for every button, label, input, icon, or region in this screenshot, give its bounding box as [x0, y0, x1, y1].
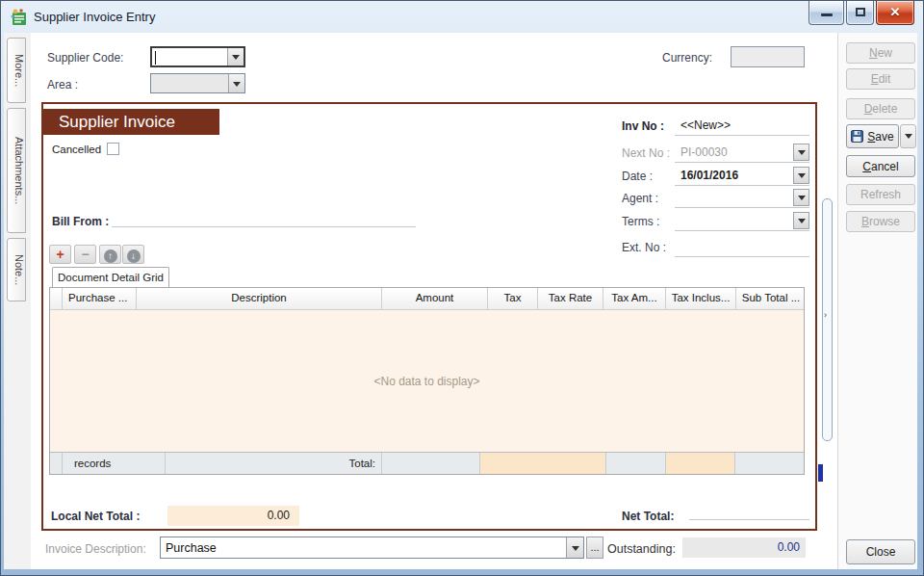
outstanding-label: Outstanding:	[607, 542, 676, 556]
ext-no-row: Ext. No :	[622, 237, 809, 258]
move-up-button[interactable]: ↑	[99, 245, 121, 264]
col-header-tax[interactable]: Tax	[488, 288, 538, 309]
col-header-tax-amount[interactable]: Tax Am...	[603, 288, 666, 309]
cancelled-checkbox[interactable]	[107, 143, 119, 155]
invoice-description-value: Purchase	[166, 541, 217, 555]
browse-button-label: Browse	[861, 215, 900, 228]
invoice-description-combobox[interactable]: Purchase	[160, 537, 584, 559]
date-value: 16/01/2016	[680, 169, 738, 182]
cancel-button-label: Cancel	[862, 160, 898, 173]
footer-total-label: Total:	[166, 453, 382, 474]
outstanding-field: 0.00	[682, 537, 806, 558]
col-header-description[interactable]: Description	[137, 288, 382, 309]
close-window-button[interactable]: ✕	[876, 1, 914, 25]
text-cursor	[155, 51, 156, 65]
edit-button-label: Edit	[871, 72, 891, 86]
refresh-button[interactable]: Refresh	[846, 184, 915, 205]
browse-button[interactable]: Browse	[846, 211, 915, 232]
supplier-code-dropdown-arrow-icon[interactable]	[227, 48, 244, 65]
footer-sub-total-cell	[735, 453, 806, 474]
next-no-field[interactable]: PI-00030	[675, 143, 809, 163]
scrollbar-thumb[interactable]	[818, 464, 823, 482]
area-dropdown-arrow-icon[interactable]	[228, 74, 244, 92]
title-bar[interactable]: Supplier Invoice Entry ✕	[1, 1, 923, 33]
terms-field[interactable]	[675, 211, 809, 231]
invoice-description-browse-button[interactable]: ...	[586, 537, 603, 559]
area-combobox[interactable]	[150, 73, 245, 93]
net-total-label: Net Total:	[622, 510, 674, 523]
footer-tax-amount-total-cell	[606, 453, 666, 474]
footer-indicator-cell	[50, 453, 63, 474]
ext-no-label: Ext. No :	[622, 241, 666, 254]
save-button[interactable]: Save	[846, 124, 899, 148]
footer-records-label: records	[63, 453, 166, 474]
terms-dropdown-arrow-icon[interactable]	[793, 212, 809, 229]
app-icon	[10, 8, 29, 27]
maximize-button[interactable]	[846, 1, 874, 25]
currency-field[interactable]	[731, 46, 805, 67]
grid-empty-message: <No data to display>	[50, 375, 804, 388]
close-button[interactable]: Close	[846, 539, 915, 564]
save-button-label: Save	[867, 130, 893, 144]
cancel-button[interactable]: Cancel	[846, 155, 915, 177]
panel-banner: Supplier Invoice	[43, 109, 219, 135]
remove-row-button[interactable]: −	[74, 245, 96, 264]
grid-row-indicator-header	[50, 288, 63, 309]
new-button-label: New	[869, 46, 892, 60]
area-label: Area :	[47, 78, 78, 92]
inv-no-field: <<New>>	[675, 116, 809, 136]
col-header-tax-rate[interactable]: Tax Rate	[538, 288, 603, 309]
new-button[interactable]: New	[846, 42, 915, 64]
supplier-code-combobox[interactable]	[150, 46, 245, 67]
col-header-tax-inclusive[interactable]: Tax Inclus...	[666, 288, 736, 309]
save-icon	[851, 130, 863, 143]
bill-from-field[interactable]	[112, 214, 416, 227]
window-title: Supplier Invoice Entry	[34, 10, 155, 24]
date-field[interactable]: 16/01/2016	[675, 166, 809, 186]
delete-button[interactable]: Delete	[846, 98, 915, 119]
ellipsis-icon: ...	[590, 541, 599, 553]
side-tab-note[interactable]: Note...	[7, 238, 26, 301]
add-row-button[interactable]: +	[49, 245, 71, 264]
inv-no-row: Inv No : <<New>>	[622, 116, 809, 137]
local-net-total-field: 0.00	[167, 506, 299, 526]
ext-no-field[interactable]	[675, 237, 809, 257]
agent-row: Agent :	[622, 188, 809, 209]
side-tab-more-label: More...	[13, 54, 25, 87]
move-down-button[interactable]: ↓	[122, 245, 144, 264]
chevron-right-icon: ›	[824, 310, 827, 320]
edit-button[interactable]: Edit	[846, 68, 915, 90]
save-options-dropdown-button[interactable]	[900, 124, 916, 148]
inv-no-label: Inv No :	[622, 119, 664, 133]
plus-icon: +	[56, 247, 64, 262]
terms-label: Terms :	[622, 215, 659, 228]
agent-field[interactable]	[675, 188, 809, 208]
side-tab-attachments[interactable]: Attachments...	[7, 108, 26, 233]
minimize-button[interactable]	[808, 1, 844, 25]
collapse-splitter[interactable]: ›	[822, 198, 833, 441]
close-icon: ✕	[877, 5, 913, 19]
terms-row: Terms :	[622, 211, 809, 232]
supplier-code-label: Supplier Code:	[47, 51, 123, 65]
supplier-invoice-entry-window: Supplier Invoice Entry ✕ More... Attachm…	[0, 0, 924, 576]
side-tab-note-label: Note...	[13, 254, 25, 285]
side-tab-more[interactable]: More...	[7, 38, 26, 103]
agent-dropdown-arrow-icon[interactable]	[793, 189, 809, 206]
net-total-field	[689, 501, 809, 520]
grid-body[interactable]: <No data to display>	[50, 309, 804, 452]
col-header-purchase[interactable]: Purchase ...	[63, 288, 137, 309]
cancelled-label: Cancelled	[52, 144, 101, 155]
next-no-dropdown-arrow-icon[interactable]	[793, 144, 809, 161]
invoice-description-label: Invoice Description:	[45, 542, 146, 556]
col-header-sub-total[interactable]: Sub Total ...	[736, 288, 806, 309]
outstanding-value: 0.00	[778, 540, 800, 554]
refresh-button-label: Refresh	[860, 188, 901, 201]
date-dropdown-arrow-icon[interactable]	[793, 167, 809, 184]
client-area: More... Attachments... Note... Supplier …	[4, 33, 917, 569]
grid-footer-row: records Total:	[50, 452, 804, 474]
col-header-amount[interactable]: Amount	[382, 288, 488, 309]
local-net-total-value: 0.00	[268, 509, 290, 522]
tab-document-detail-grid[interactable]: Document Detail Grid	[52, 267, 169, 287]
minimize-icon	[821, 13, 833, 16]
invoice-description-dropdown-arrow-icon[interactable]	[566, 537, 583, 558]
